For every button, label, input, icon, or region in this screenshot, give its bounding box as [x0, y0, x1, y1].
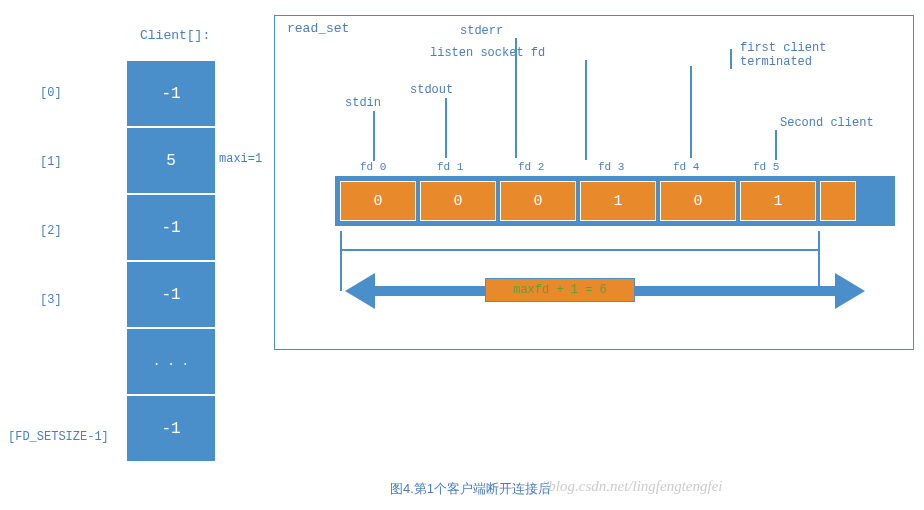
- arrow-left-icon: [345, 273, 375, 309]
- connector-line: [775, 130, 777, 160]
- arrow-right-icon: [835, 273, 865, 309]
- client-index-2: [2]: [40, 224, 62, 238]
- client-cell-ellipsis: . . .: [126, 328, 216, 395]
- connector-line: [690, 66, 692, 158]
- client-cell: 5: [126, 127, 216, 194]
- fd-index: fd 1: [437, 161, 463, 173]
- fd-index: fd 3: [598, 161, 624, 173]
- fdset-cell: 1: [740, 181, 816, 221]
- fdset-cell: 0: [340, 181, 416, 221]
- watermark: //blog.csdn.net/lingfengtengfei: [540, 478, 722, 495]
- fdset-cell: 0: [500, 181, 576, 221]
- client-cell: -1: [126, 261, 216, 328]
- maxi-label: maxi=1: [219, 152, 262, 166]
- client-array: -1 5 -1 -1 . . . -1: [126, 60, 216, 462]
- fdset-cell: 0: [660, 181, 736, 221]
- client-array-title: Client[]:: [140, 28, 210, 43]
- fd-index: fd 2: [518, 161, 544, 173]
- connector-line: [373, 111, 375, 161]
- label-first-client: first client terminated: [740, 41, 826, 69]
- client-cell: -1: [126, 60, 216, 127]
- connector-line: [445, 98, 447, 158]
- client-index-1: [1]: [40, 155, 62, 169]
- label-listen: listen socket fd: [430, 46, 545, 60]
- client-index-3: [3]: [40, 293, 62, 307]
- bracket-line: [340, 251, 342, 291]
- connector-line: [515, 38, 517, 158]
- readset-box: read_set stdin stdout stderr listen sock…: [274, 15, 914, 350]
- connector-line: [730, 49, 732, 69]
- label-stdout: stdout: [410, 83, 453, 97]
- fdset-cell: 0: [420, 181, 496, 221]
- fdset-table: 0 0 0 1 0 1: [335, 176, 895, 226]
- label-stdin: stdin: [345, 96, 381, 110]
- client-index-0: [0]: [40, 86, 62, 100]
- fdset-cell-extra: [820, 181, 856, 221]
- bracket-connector: [340, 231, 820, 251]
- label-stderr: stderr: [460, 24, 503, 38]
- fd-index: fd 4: [673, 161, 699, 173]
- connector-line: [585, 60, 587, 160]
- fdset-cell: 1: [580, 181, 656, 221]
- client-cell: -1: [126, 395, 216, 462]
- label-second-client: Second client: [780, 116, 874, 130]
- fd-index: fd 0: [360, 161, 386, 173]
- fd-index: fd 5: [753, 161, 779, 173]
- maxfd-label: maxfd + 1 = 6: [485, 278, 635, 302]
- readset-title: read_set: [287, 21, 349, 36]
- client-index-last: [FD_SETSIZE-1]: [8, 430, 109, 444]
- client-cell: -1: [126, 194, 216, 261]
- figure-caption: 图4.第1个客户端断开连接后: [390, 480, 551, 498]
